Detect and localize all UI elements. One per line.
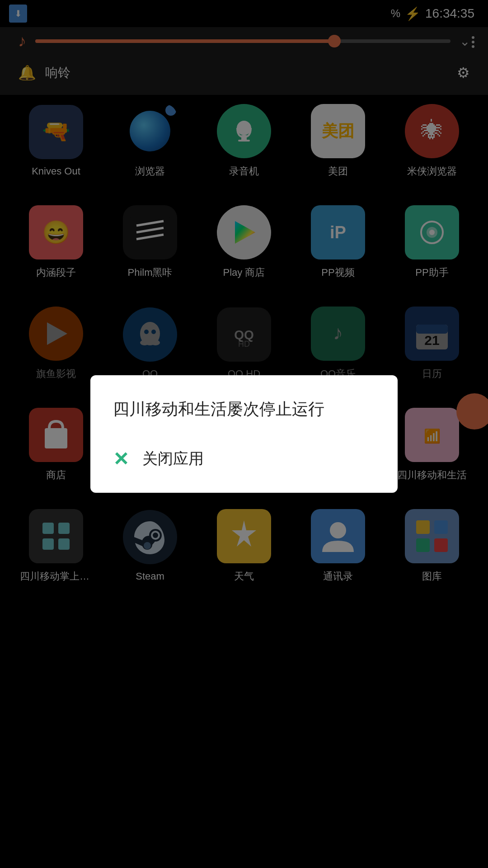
dialog-title: 四川移动和生活屡次停止运行 bbox=[113, 398, 375, 420]
crash-dialog: 四川移动和生活屡次停止运行 ✕ 关闭应用 bbox=[90, 375, 398, 492]
close-app-action[interactable]: ✕ 关闭应用 bbox=[113, 439, 375, 479]
close-app-label: 关闭应用 bbox=[142, 448, 204, 469]
dialog-overlay: 四川移动和生活屡次停止运行 ✕ 关闭应用 bbox=[0, 0, 488, 868]
close-x-icon: ✕ bbox=[113, 448, 129, 470]
